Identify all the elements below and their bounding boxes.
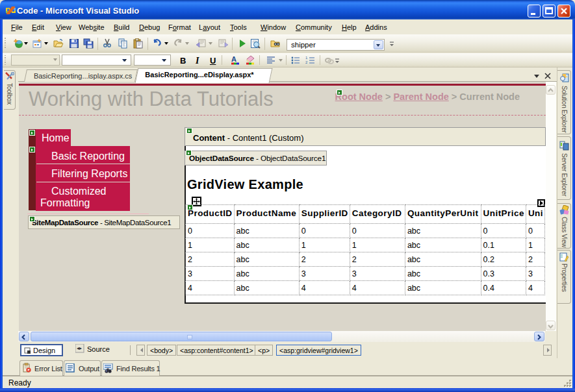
svg-text:1: 1 <box>305 56 308 60</box>
svg-text:◂▸: ◂▸ <box>77 345 82 351</box>
svg-text:A: A <box>231 55 236 63</box>
svg-text:2: 2 <box>305 60 308 64</box>
